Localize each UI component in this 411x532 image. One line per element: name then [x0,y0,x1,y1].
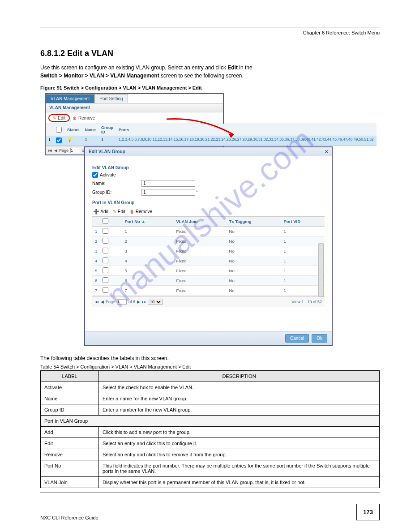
edit-button[interactable]: ✎Edit [48,114,70,122]
cancel-button[interactable]: Cancel [285,334,309,343]
add-button[interactable]: ➕ Add [93,209,108,215]
view-range: View 1 - 10 of 52 [292,300,322,304]
close-icon[interactable]: ✕ [325,149,328,154]
row-checkbox[interactable] [103,287,108,293]
col-ports: Ports [116,124,377,136]
page-number: 173 [356,504,380,520]
prev-page-icon[interactable]: ◀ [54,148,57,153]
select-all-ports-checkbox[interactable] [103,218,108,224]
table-row: AddClick this to add a new port to the g… [41,427,380,438]
group-id-field[interactable] [141,189,195,196]
footer-guide: NXC CLI Reference Guide [40,515,98,520]
page-size-select[interactable]: 10 [148,299,163,305]
trash-icon: 🗑 [130,209,134,214]
table-row: Port in VLAN Group [41,416,380,427]
activate-label: Activate [100,172,116,177]
sort-icon: ▲ [141,219,145,224]
table-row: EditSelect an entry and click this to co… [41,438,380,449]
page-input[interactable] [70,148,80,153]
section-heading: 6.8.1.2 Edit a VLAN [40,49,380,58]
tab-port-setting[interactable]: Port Setting [94,94,128,103]
row-checkbox[interactable] [103,257,108,263]
col-vlan-join[interactable]: VLAN Join [173,217,226,227]
row-checkbox[interactable] [103,238,108,244]
scrollbar[interactable] [318,243,324,297]
required-icon: * [196,190,198,195]
col-tx-tagging[interactable]: Tx Tagging [227,217,281,227]
group-id-label: Group ID: [92,190,141,195]
table-row[interactable]: 66FixedNo1 [92,276,325,286]
table-row: VLAN JoinDisplay whether this port is a … [41,477,380,488]
last-page-icon[interactable]: ⏭ [142,300,146,304]
table-row: Group IDEnter a number for the new VLAN … [41,404,380,416]
tab-vlan-management[interactable]: VLAN Management [46,94,94,103]
remove-button[interactable]: 🗑 Remove [73,116,95,120]
col-port-no[interactable]: Port No ▲ [122,217,174,227]
name-label: Name: [92,181,141,186]
table-row[interactable]: 1 💡 1 1 1,2,3,4,5,6,7,8,9,10,11,12,13,14… [46,136,377,146]
dialog-title: Edit VLAN Group [89,149,125,154]
table-row[interactable]: 11FixedNo1 [92,227,325,236]
col-port-vid[interactable]: Port VID [281,217,325,227]
table-row: NameEnter a name for the new VLAN group. [41,393,380,404]
port-section-title: Port in VLAN Group [92,200,325,205]
table-caption: Table 54 Switch > Configuration > VLAN >… [40,364,380,369]
select-all-checkbox[interactable] [56,127,62,133]
row-checkbox[interactable] [103,248,108,253]
row-checkbox[interactable] [103,267,108,273]
plus-icon: ➕ [93,209,99,214]
prev-page-icon[interactable]: ◀ [101,300,104,304]
table-row[interactable]: 77FixedNo1 [92,286,325,296]
table-row[interactable]: 44FixedNo1 [92,256,325,266]
edit-port-button[interactable]: ✎ Edit [113,209,125,214]
figure-caption: Figure 91 Switch > Configuration > VLAN … [40,85,380,90]
col-group-id: Group ID [98,124,116,136]
first-page-icon[interactable]: ⏮ [48,148,52,153]
col-name: Name [82,124,99,136]
section-intro: Use this screen to configure an existing… [40,64,380,80]
edit-vlan-dialog: Edit VLAN Group ✕ Edit VLAN Group Activa… [84,146,333,346]
chapter-header: Chapter 6 Reference: Switch Menu [40,30,380,35]
table-row[interactable]: 55FixedNo1 [92,266,325,276]
first-page-icon[interactable]: ⏮ [95,300,99,304]
th-label: LABEL [41,371,99,382]
ok-button[interactable]: Ok [312,334,327,343]
pencil-icon: ✎ [53,116,56,120]
table-row[interactable]: 22FixedNo1 [92,236,325,246]
row-checkbox[interactable] [103,228,108,234]
next-page-icon[interactable]: ▶ [137,300,140,304]
table-row: ActivateSelect the check box to enable t… [41,382,380,393]
table-intro: The following table describes the labels… [40,355,380,361]
th-description: DESCRIPTION [99,371,380,382]
trash-icon: 🗑 [73,116,77,120]
bulb-icon: 💡 [67,137,72,142]
name-field[interactable] [141,180,195,187]
dialog-subtitle: Edit VLAN Group [92,165,325,170]
panel-title: VLAN Management [46,103,223,112]
table-row[interactable]: 33FixedNo1 [92,246,325,256]
table-row: Port NoThis field indicates the port num… [41,460,380,477]
label-description-table: LABELDESCRIPTION ActivateSelect the chec… [40,370,380,488]
row-checkbox[interactable] [103,277,108,283]
page-input[interactable] [117,299,127,305]
row-checkbox[interactable] [56,137,62,143]
table-row: RemoveSelect an entry and click this to … [41,449,380,460]
col-status: Status [64,124,82,136]
remove-port-button[interactable]: 🗑 Remove [130,209,152,214]
pencil-icon: ✎ [113,209,116,214]
activate-checkbox[interactable] [92,172,98,178]
